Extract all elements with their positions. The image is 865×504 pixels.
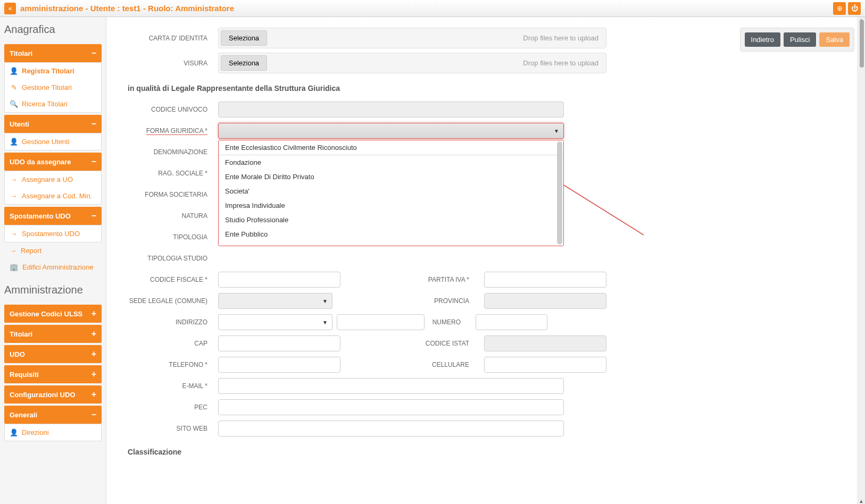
input-cap[interactable]	[218, 335, 340, 351]
accordion-body-generali: 👤 Direzioni	[4, 424, 102, 441]
accordion-requisiti[interactable]: Requisiti +	[4, 365, 102, 383]
sidebar-item-ricerca-titolari[interactable]: 🔍 Ricerca Titolari	[5, 96, 101, 112]
link-edifici-amministrazione[interactable]: 🏢 Edifici Amministrazione	[4, 259, 102, 275]
sidebar-section-anagrafica: Anagrafica	[4, 23, 102, 36]
select-file-visura[interactable]: Seleziona	[221, 55, 267, 71]
accordion-configurazioni-udo[interactable]: Configurazioni UDO +	[4, 385, 102, 404]
input-numero[interactable]	[476, 314, 547, 330]
plus-icon: +	[92, 349, 96, 359]
globe-icon: ⊕	[837, 4, 843, 12]
label-numero: NUMERO	[429, 318, 471, 326]
dropdown-option[interactable]: Studio Professionale	[219, 213, 563, 227]
label-visura: VISURA	[128, 60, 218, 67]
sidebar-item-assegnare-uo[interactable]: → Assegnare a UO	[5, 171, 101, 188]
dropdown-option[interactable]: Ente Ecclesiastico Civilmente Riconosciu…	[219, 140, 563, 155]
label-sito-web: SITO WEB	[128, 425, 218, 432]
accordion-titolari[interactable]: Titolari −	[4, 44, 102, 62]
minus-icon: −	[92, 48, 96, 58]
accordion-body-titolari: 👤 Registra Titolari ✎ Gestione Titolari …	[4, 62, 102, 113]
label-carta-identita: CARTA D' IDENTITA	[128, 35, 218, 42]
plus-icon: +	[92, 329, 96, 339]
arrow-right-icon: →	[10, 192, 18, 200]
topbar: « amministrazione - Utente : test1 - Ruo…	[0, 0, 865, 17]
section-title-classificazione: Classificazione	[128, 448, 606, 456]
action-bar: Indietro Pulisci Salva	[740, 28, 854, 52]
input-cellulare[interactable]	[484, 357, 606, 373]
select-sede-legale[interactable]: ▼	[218, 293, 332, 309]
page-scrollbar[interactable]: ▲ ▲	[857, 17, 865, 504]
input-codice-fiscale[interactable]	[218, 272, 340, 288]
file-upload-carta-identita[interactable]: Seleziona Drop files here to upload	[218, 28, 606, 48]
save-button[interactable]: Salva	[819, 32, 850, 47]
label-forma-giuridica: FORMA GIURIDICA *	[128, 127, 218, 135]
accordion-utenti[interactable]: Utenti −	[4, 115, 102, 133]
minus-icon: −	[92, 410, 96, 419]
input-provincia	[484, 293, 606, 309]
topbar-right: ⊕ ⏻	[833, 2, 861, 15]
minus-icon: −	[92, 157, 96, 166]
sidebar-item-registra-titolari[interactable]: 👤 Registra Titolari	[5, 63, 101, 79]
dropdown-option[interactable]: Fondazione	[219, 155, 563, 170]
accordion-admin-titolari[interactable]: Titolari +	[4, 325, 102, 343]
chevron-down-icon: ▼	[554, 128, 559, 134]
dropdown-scrollbar[interactable]	[557, 141, 562, 245]
building-icon: 🏢	[10, 263, 18, 271]
accordion-spostamento-udo[interactable]: Spostamento UDO −	[4, 207, 102, 225]
label-codice-univoco: CODICE UNIVOCO	[128, 106, 218, 113]
dropdown-option[interactable]: Societa'	[219, 184, 563, 198]
sidebar-item-gestione-titolari[interactable]: ✎ Gestione Titolari	[5, 79, 101, 96]
input-email[interactable]	[218, 378, 564, 394]
label-partita-iva: PARTITA IVA *	[400, 276, 480, 283]
back-button[interactable]: Indietro	[745, 32, 780, 47]
label-codice-istat: CODICE ISTAT	[400, 340, 480, 347]
label-pec: PEC	[128, 404, 218, 411]
section-title-legale: in qualità di Legale Rappresentante dell…	[128, 84, 606, 93]
label-sede-legale: SEDE LEGALE (COMUNE)	[128, 297, 218, 305]
input-indirizzo[interactable]	[337, 314, 425, 330]
label-provincia: PROVINCIA	[400, 297, 480, 305]
sidebar-item-gestione-utenti[interactable]: 👤 Gestione Utenti	[5, 133, 101, 150]
power-button[interactable]: ⏻	[848, 2, 861, 15]
select-indirizzo-tipo[interactable]: ▼	[218, 314, 332, 330]
select-file-carta-identita[interactable]: Seleziona	[221, 30, 267, 46]
scrollbar-thumb[interactable]	[860, 20, 864, 68]
chevron-down-icon: ▼	[322, 320, 328, 325]
sidebar: Anagrafica Titolari − 👤 Registra Titolar…	[0, 17, 106, 504]
sidebar-item-direzioni[interactable]: 👤 Direzioni	[5, 424, 101, 441]
accordion-admin-udo[interactable]: UDO +	[4, 345, 102, 363]
drop-hint: Drop files here to upload	[523, 34, 604, 42]
sidebar-item-spostamento-udo[interactable]: → Spostamento UDO	[5, 225, 101, 242]
accordion-body-utenti: 👤 Gestione Utenti	[4, 133, 102, 150]
label-email: E-MAIL *	[128, 382, 218, 390]
sidebar-item-assegnare-cod-min[interactable]: → Assegnare a Cod. Min.	[5, 188, 101, 204]
input-pec[interactable]	[218, 399, 564, 415]
globe-button[interactable]: ⊕	[833, 2, 846, 15]
edit-icon: ✎	[10, 83, 18, 91]
select-forma-giuridica[interactable]: ▼ Ente Ecclesiastico Civilmente Riconosc…	[218, 123, 564, 139]
dropdown-option[interactable]: Ente Pubblico	[219, 227, 563, 241]
collapse-sidebar-button[interactable]: «	[4, 3, 16, 14]
user-icon: 👤	[10, 429, 18, 436]
scroll-down-icon: ▲	[859, 498, 864, 504]
link-report[interactable]: → Report	[4, 242, 102, 259]
topbar-left: « amministrazione - Utente : test1 - Ruo…	[4, 3, 833, 14]
input-sito-web[interactable]	[218, 421, 564, 436]
input-telefono[interactable]	[218, 357, 340, 373]
dropdown-option[interactable]: Ente Morale Di Diritto Privato	[219, 170, 563, 184]
dropdown-option[interactable]: Associazione	[219, 241, 563, 246]
accordion-body-spostamento: → Spostamento UDO	[4, 225, 102, 242]
user-icon: 👤	[10, 138, 18, 146]
file-upload-visura[interactable]: Seleziona Drop files here to upload	[218, 53, 606, 73]
input-partita-iva[interactable]	[484, 272, 606, 288]
accordion-udo-assegnare[interactable]: UDO da assegnare −	[4, 153, 102, 171]
label-indirizzo: INDIRIZZO	[128, 318, 218, 326]
chevron-down-icon: ▼	[322, 298, 328, 304]
label-tipologia: TIPOLOGIA	[128, 233, 218, 241]
accordion-generali[interactable]: Generali −	[4, 406, 102, 424]
dropdown-forma-giuridica: Ente Ecclesiastico Civilmente Riconosciu…	[218, 140, 564, 246]
input-codice-istat	[484, 335, 606, 351]
label-telefono: TELEFONO *	[128, 361, 218, 368]
dropdown-option[interactable]: Impresa Individuale	[219, 198, 563, 213]
clear-button[interactable]: Pulisci	[784, 32, 817, 47]
accordion-gestione-codici-ulss[interactable]: Gestione Codici ULSS +	[4, 305, 102, 323]
